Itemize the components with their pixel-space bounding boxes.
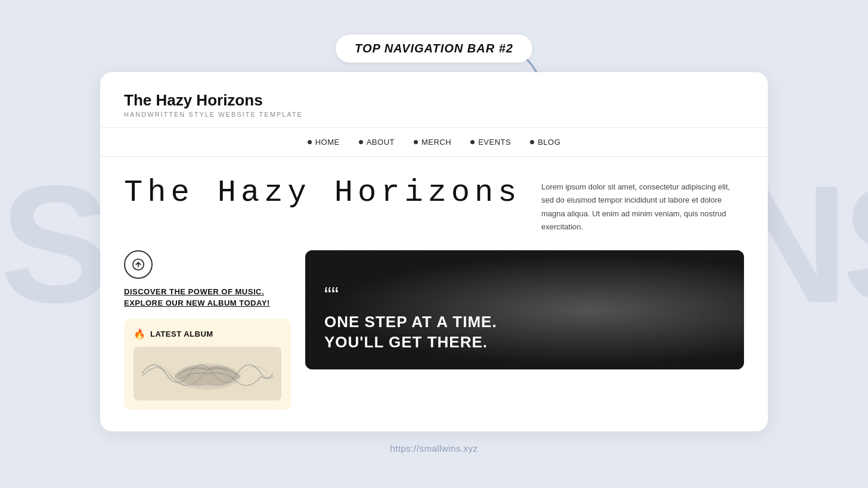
album-label-row: 🔥 LATEST ALBUM [134,328,281,340]
nav-dot-about [359,140,363,144]
brand-name: The Hazy Horizons [124,91,744,110]
quote-text: ONE STEP AT A TIME. YOU'LL GET THERE. [324,312,725,353]
cta-text: DISCOVER THE POWER OF MUSIC. EXPLORE OUR… [124,286,291,309]
top-label-pill: TOP NAVIGATION BAR #2 [336,35,532,63]
bottom-url: https://smallwins.xyz [390,443,478,453]
card-header: The Hazy Horizons HANDWRITTEN STYLE WEBS… [100,72,768,128]
card-body: The Hazy Horizons Lorem ipsum dolor sit … [100,157,768,431]
nav-item-home[interactable]: HOME [308,138,340,147]
brand-subtitle: HANDWRITTEN STYLE WEBSITE TEMPLATE [124,111,744,118]
quote-line-1: ONE STEP AT A TIME. [324,312,725,332]
nav-dot-events [470,140,475,144]
hero-title: The Hazy Horizons [124,176,541,210]
fire-icon: 🔥 [134,328,145,340]
nav-label-blog: BLOG [538,138,560,147]
navigation-bar: HOME ABOUT MERCH EVENTS BLOG [100,128,768,157]
main-card: The Hazy Horizons HANDWRITTEN STYLE WEBS… [100,72,768,431]
hero-description: Lorem ipsum dolor sit amet, consectetur … [541,176,744,233]
nav-dot-home [308,140,312,144]
left-column: DISCOVER THE POWER OF MUSIC. EXPLORE OUR… [124,250,291,410]
quote-line-2: YOU'LL GET THERE. [324,332,725,353]
album-label: LATEST ALBUM [150,330,213,338]
nav-label-home: HOME [315,138,340,147]
nav-item-blog[interactable]: BLOG [530,138,560,147]
quote-panel: ““ ONE STEP AT A TIME. YOU'LL GET THERE. [305,250,744,369]
nav-label-about: ABOUT [367,138,395,147]
quote-mark: ““ [324,285,725,306]
nav-item-merch[interactable]: MERCH [414,138,451,147]
nav-label-events: EVENTS [478,138,511,147]
nav-label-merch: MERCH [421,138,451,147]
nav-item-about[interactable]: ABOUT [359,138,395,147]
nav-dot-blog [530,140,534,144]
upload-icon [124,250,153,279]
nav-dot-merch [414,140,418,144]
nav-item-events[interactable]: EVENTS [470,138,511,147]
hero-section: The Hazy Horizons Lorem ipsum dolor sit … [124,176,744,233]
album-card: 🔥 LATEST ALBUM [124,319,291,410]
lower-section: DISCOVER THE POWER OF MUSIC. EXPLORE OUR… [124,250,744,410]
album-artwork [134,347,281,400]
